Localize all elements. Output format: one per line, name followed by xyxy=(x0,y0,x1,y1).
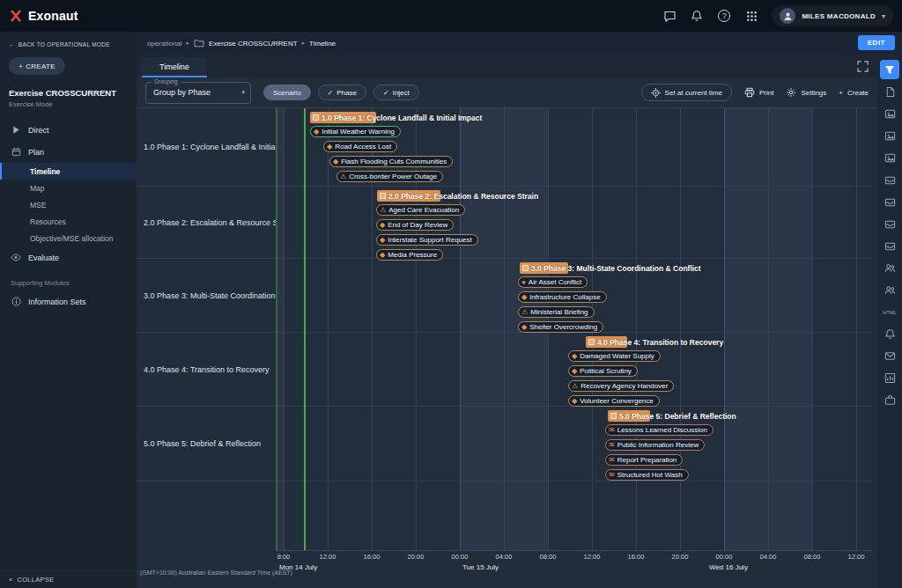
create-button[interactable]: + CREATE xyxy=(9,57,65,75)
inject-chip[interactable]: ✉Structured Hot Wash xyxy=(605,469,689,481)
caret-icon: ▸ xyxy=(302,40,306,47)
sidebar-item-evaluate[interactable]: Evaluate xyxy=(0,246,137,268)
gridline xyxy=(724,108,725,551)
media-card-icon-3[interactable] xyxy=(880,148,899,167)
inbox-tray-icon-3[interactable] xyxy=(880,214,899,233)
inject-chip[interactable]: ◆Infrastructure Collapse xyxy=(518,291,607,303)
drag-handle-icon xyxy=(522,265,529,271)
sidebar-item-information-sets[interactable]: Information Sets xyxy=(0,290,137,312)
chat-icon[interactable] xyxy=(662,9,676,23)
breadcrumb-exercise[interactable]: Exercise CROSSCURRENT xyxy=(209,40,297,48)
back-link-label: BACK TO OPERATIONAL MODE xyxy=(18,41,110,48)
notifications-icon[interactable] xyxy=(880,324,899,343)
back-to-operational-mode-link[interactable]: ← BACK TO OPERATIONAL MODE xyxy=(0,32,137,48)
inbox-tray-icon[interactable] xyxy=(880,170,899,189)
inject-chip[interactable]: ⚠Cross-border Power Outage xyxy=(336,171,443,182)
filter-icon[interactable] xyxy=(880,60,899,79)
inject-chip[interactable]: ◆Initial Weather Warning xyxy=(310,126,401,137)
inject-chip[interactable]: ◆Political Scrutiny xyxy=(568,365,638,377)
print-label: Print xyxy=(759,89,773,97)
sidebar-item-objective-mse-allocation[interactable]: Objective/MSE allocation xyxy=(0,230,137,246)
briefcase-icon[interactable] xyxy=(880,390,899,409)
inject-chip[interactable]: ◆Flash Flooding Cuts Communities xyxy=(329,156,453,167)
sidebar-item-direct[interactable]: Direct xyxy=(0,119,137,141)
filter-chip-scenario[interactable]: Scenario xyxy=(263,85,311,100)
sidebar-item-label: Information Sets xyxy=(28,298,86,306)
mail-icon: ✉ xyxy=(609,442,615,449)
settings-button[interactable]: Settings xyxy=(786,87,826,98)
media-card-icon[interactable] xyxy=(880,104,899,123)
inject-chip[interactable]: ⚠Aged Care Evacuation xyxy=(376,204,465,216)
inject-chip[interactable]: ◆Damaged Water Supply xyxy=(568,350,661,362)
inject-chip[interactable]: ◆Interstate Support Request xyxy=(376,234,478,246)
chart-icon[interactable] xyxy=(880,368,899,387)
date-label: Tue 15 July xyxy=(462,563,499,571)
inject-chip-label: Volunteer Convergence xyxy=(580,397,654,405)
inbox-tray-icon-4[interactable] xyxy=(880,236,899,255)
document-icon[interactable] xyxy=(880,82,899,101)
row-separator xyxy=(276,258,872,259)
print-button[interactable]: Print xyxy=(744,87,773,98)
inject-chip[interactable]: ◆Shelter Overcrowding xyxy=(518,321,603,333)
html-icon[interactable]: HTML xyxy=(880,302,899,321)
timeline-gantt: 1.0 Phase 1: Cyclone Landfall & Initia..… xyxy=(137,107,877,588)
chevron-down-icon: ▾ xyxy=(241,89,250,96)
phase-row-label: 1.0 Phase 1: Cyclone Landfall & Initia..… xyxy=(137,108,276,187)
inject-chip[interactable]: ◆Volunteer Convergence xyxy=(568,395,660,407)
inject-chip[interactable]: ✉Report Preparation xyxy=(605,454,683,466)
phase-bar-label: 2.0 Phase 2: Escalation & Resource Strai… xyxy=(388,190,538,202)
exercise-title: Exercise CROSSCURRENT xyxy=(9,88,128,98)
circle-icon: ● xyxy=(521,279,526,286)
collapse-sidebar-button[interactable]: « COLLAPSE xyxy=(0,570,137,588)
inject-chip[interactable]: ✉Lessons Learned Discussion xyxy=(605,424,713,436)
filter-chip-inject[interactable]: ✓Inject xyxy=(373,85,419,100)
gridline xyxy=(504,108,505,551)
plus-icon: + xyxy=(18,62,23,70)
time-tick-label: 08:00 xyxy=(535,553,561,561)
grouping-select[interactable]: Grouping Group by Phase ▾ xyxy=(145,82,251,104)
media-card-icon-2[interactable] xyxy=(880,126,899,145)
sidebar-item-label: Evaluate xyxy=(28,254,59,262)
time-tick-label: 20:00 xyxy=(403,553,429,561)
grouping-select-label: Grouping xyxy=(152,78,181,85)
sidebar-item-timeline[interactable]: Timeline xyxy=(0,163,137,180)
inject-chip[interactable]: ✉Public Information Review xyxy=(605,439,705,451)
edit-button[interactable]: EDIT xyxy=(858,35,895,50)
brand-logo[interactable]: Exonaut xyxy=(0,9,78,23)
inject-chip[interactable]: ◆End of Day Review xyxy=(376,219,454,231)
apps-grid-icon[interactable] xyxy=(744,9,758,23)
tab-timeline[interactable]: Timeline xyxy=(142,57,207,77)
inject-chip[interactable]: ◆Media Pressure xyxy=(376,249,443,261)
fullscreen-icon[interactable] xyxy=(857,61,869,72)
sidebar-item-map[interactable]: Map xyxy=(0,180,137,196)
help-icon[interactable]: ? xyxy=(717,9,731,23)
left-sidebar: ← BACK TO OPERATIONAL MODE + CREATE Exer… xyxy=(0,32,137,588)
sidebar-item-mse[interactable]: MSE xyxy=(0,196,137,213)
set-at-current-time-button[interactable]: Set at current time xyxy=(641,84,732,101)
sidebar-nav: DirectPlanTimelineMapMSEResourcesObjecti… xyxy=(0,119,137,312)
inject-chip[interactable]: ⚠Ministerial Briefing xyxy=(518,306,595,318)
users-icon[interactable] xyxy=(880,258,899,277)
sidebar-item-plan[interactable]: Plan xyxy=(0,141,137,163)
inbox-tray-icon-2[interactable] xyxy=(880,192,899,211)
inject-chip-label: Air Asset Conflict xyxy=(529,278,581,286)
breadcrumb-operational[interactable]: operational xyxy=(147,40,182,48)
gantt-grid[interactable]: 1.0 Phase 1: Cyclone Landfall & Initial … xyxy=(276,108,872,551)
bell-icon[interactable] xyxy=(690,9,704,23)
exonaut-x-icon xyxy=(9,9,23,23)
inject-chip-label: Cross-border Power Outage xyxy=(349,173,437,180)
inject-chip[interactable]: ◆Road Access Lost xyxy=(323,141,397,152)
inject-chip[interactable]: ●Air Asset Conflict xyxy=(518,276,588,288)
sidebar-item-resources[interactable]: Resources xyxy=(0,213,137,230)
users-icon-2[interactable] xyxy=(880,280,899,299)
filter-chip-phase[interactable]: ✓Phase xyxy=(318,85,366,100)
breadcrumb: operational ▸ Exercise CROSSCURRENT ▸ Ti… xyxy=(137,32,902,55)
create-inject-button[interactable]: + Create xyxy=(839,89,869,97)
mail-icon: ✉ xyxy=(609,427,615,434)
user-menu[interactable]: MILES MACDONALD ▾ xyxy=(772,5,893,26)
inject-chip[interactable]: ⚠Recovery Agency Handover xyxy=(568,380,674,392)
mail-icon[interactable] xyxy=(880,346,899,365)
evaluate-icon xyxy=(11,254,21,261)
drag-handle-icon xyxy=(313,114,319,121)
time-tick-label: 12:00 xyxy=(579,553,605,561)
